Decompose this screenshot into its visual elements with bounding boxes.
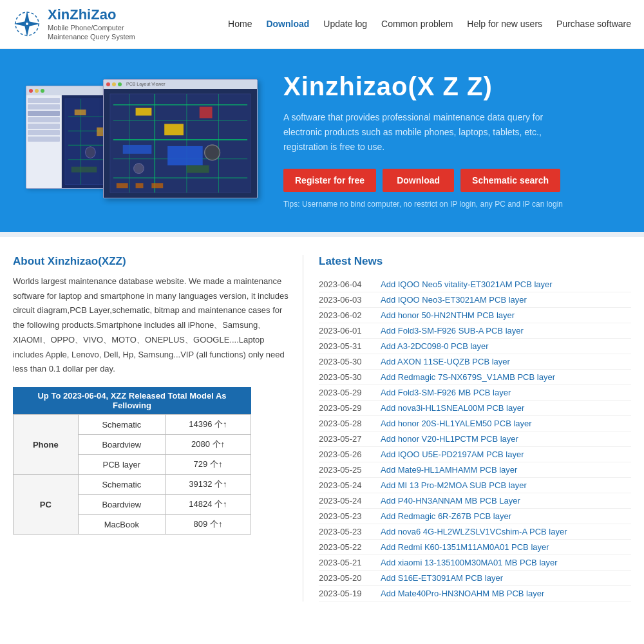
news-link[interactable]: Add IQOO Neo3-ET3021AM PCB layer: [381, 295, 527, 305]
table-caption: Up To 2023-06-04, XZZ Released Total Mod…: [13, 387, 251, 414]
news-date: 2023-05-25: [319, 465, 370, 475]
news-date: 2023-05-23: [319, 511, 370, 521]
news-link[interactable]: Add AXON 11SE-UQZB PCB layer: [381, 357, 510, 366]
news-link[interactable]: Add honor 20S-HL1YALEM50 PCB layer: [381, 419, 532, 428]
item-label: PCB layer: [78, 455, 165, 475]
nav-common-problem[interactable]: Common problem: [381, 19, 453, 29]
svg-rect-38: [167, 146, 203, 166]
hero-buttons: Register for free Download Schematic sea…: [283, 169, 618, 192]
category-cell: PC: [14, 475, 79, 535]
svg-point-40: [134, 163, 144, 173]
news-date: 2023-06-03: [319, 295, 370, 305]
news-date: 2023-05-27: [319, 434, 370, 444]
nav-home[interactable]: Home: [228, 19, 252, 29]
news-item: 2023-06-01Add Fold3-SM-F926 SUB-A PCB la…: [319, 323, 631, 339]
stats-table: Up To 2023-06-04, XZZ Released Total Mod…: [13, 387, 251, 535]
news-item: 2023-06-04Add IQOO Neo5 vitality-ET3021A…: [319, 277, 631, 292]
news-link[interactable]: Add xiaomi 13-135100M30MA01 MB PCB layer: [381, 558, 558, 567]
nav-update-log[interactable]: Update log: [323, 19, 367, 29]
item-value: 14396 个↑: [166, 415, 251, 435]
item-label: Boardview: [78, 435, 165, 455]
header: XinZhiZao Mobile Phone/Computer Maintena…: [0, 0, 644, 49]
news-link[interactable]: Add P40-HN3ANNAM MB PCB Layer: [381, 496, 520, 506]
news-item: 2023-05-25Add Mate9-HL1AMHAMM PCB layer: [319, 462, 631, 478]
nav-help[interactable]: Help for new users: [467, 19, 542, 29]
svg-rect-34: [136, 108, 152, 115]
news-date: 2023-06-02: [319, 310, 370, 320]
news-link[interactable]: Add Mate40Pro-HN3NOAHM MB PCB layer: [381, 589, 544, 598]
svg-rect-35: [164, 124, 184, 135]
hero-images: PCB Layout Viewer: [26, 79, 264, 202]
news-date: 2023-05-23: [319, 527, 370, 536]
news-link[interactable]: Add A3-2DC098-0 PCB layer: [381, 341, 489, 351]
news-link[interactable]: Add IQOO Neo5 vitality-ET3021AM PCB laye…: [381, 279, 553, 289]
news-date: 2023-05-26: [319, 450, 370, 459]
news-date: 2023-06-01: [319, 326, 370, 336]
news-date: 2023-05-30: [319, 372, 370, 382]
news-link[interactable]: Add Fold3-SM-F926 SUB-A PCB layer: [381, 326, 524, 336]
svg-rect-21: [71, 167, 97, 173]
logo-area: XinZhiZao Mobile Phone/Computer Maintena…: [13, 6, 135, 42]
news-link[interactable]: Add Redmi K60-1351M11AM0A01 PCB layer: [381, 542, 549, 552]
item-value: 809 个↑: [166, 515, 251, 535]
news-link[interactable]: Add nova6 4G-HL2WLZSLV1VCshim-A PCB laye…: [381, 527, 567, 536]
section-divider: [0, 232, 644, 237]
svg-point-39: [205, 145, 220, 160]
hero-description: A software that provides professional ma…: [283, 110, 560, 155]
news-link[interactable]: Add IQOO U5E-PD2197AM PCB layer: [381, 450, 524, 459]
news-item: 2023-05-23Add Redmagic 6R-Z67B PCB layer: [319, 509, 631, 524]
news-date: 2023-05-31: [319, 341, 370, 351]
nav-purchase[interactable]: Purchase software: [556, 19, 631, 29]
news-item: 2023-05-30Add Redmagic 7S-NX679S_V1AMB P…: [319, 370, 631, 385]
svg-rect-44: [151, 183, 163, 188]
item-value: 729 个↑: [166, 455, 251, 475]
nav-download[interactable]: Download: [266, 19, 309, 29]
hero-title: Xinzhizao(X Z Z): [283, 72, 618, 101]
item-label: Schematic: [78, 415, 165, 435]
main-content: About Xinzhizao(XZZ) Worlds largest main…: [0, 237, 644, 620]
news-link[interactable]: Add Redmagic 7S-NX679S_V1AMB PCB layer: [381, 372, 555, 382]
news-link[interactable]: Add honor V20-HL1PCTM PCB layer: [381, 434, 518, 444]
news-date: 2023-05-20: [319, 573, 370, 583]
news-link[interactable]: Add Fold3-SM-F926 MB PCB layer: [381, 388, 511, 397]
news-date: 2023-05-19: [319, 589, 370, 598]
logo-subtitle: Mobile Phone/Computer Maintenance Query …: [48, 23, 135, 42]
news-item: 2023-06-02Add honor 50-HN2NTHM PCB layer: [319, 308, 631, 323]
svg-point-5: [26, 23, 28, 25]
svg-rect-36: [200, 106, 213, 118]
news-list: 2023-06-04Add IQOO Neo5 vitality-ET3021A…: [319, 277, 631, 601]
logo-icon: [13, 10, 41, 38]
news-date: 2023-05-29: [319, 403, 370, 413]
table-row: PhoneSchematic14396 个↑: [14, 415, 251, 435]
news-link[interactable]: Add nova3i-HL1SNEAL00M PCB layer: [381, 403, 524, 413]
news-item: 2023-05-23Add nova6 4G-HL2WLZSLV1VCshim-…: [319, 524, 631, 540]
news-item: 2023-05-24Add P40-HN3ANNAM MB PCB Layer: [319, 493, 631, 509]
item-value: 14824 个↑: [166, 495, 251, 515]
schematic-search-button[interactable]: Schematic search: [460, 169, 560, 192]
about-title: About Xinzhizao(XZZ): [13, 255, 290, 268]
svg-rect-37: [123, 145, 152, 154]
news-item: 2023-05-19Add Mate40Pro-HN3NOAHM MB PCB …: [319, 586, 631, 601]
about-description: Worlds largest maintenance database webs…: [13, 274, 290, 377]
item-value: 2080 个↑: [166, 435, 251, 455]
svg-rect-16: [75, 109, 86, 115]
news-link[interactable]: Add Redmagic 6R-Z67B PCB layer: [381, 511, 511, 521]
svg-rect-43: [136, 183, 144, 188]
news-item: 2023-05-21Add xiaomi 13-135100M30MA01 MB…: [319, 555, 631, 571]
item-label: MacBook: [78, 515, 165, 535]
svg-point-20: [85, 146, 95, 158]
news-item: 2023-05-29Add Fold3-SM-F926 MB PCB layer: [319, 385, 631, 401]
logo-text: XinZhiZao Mobile Phone/Computer Maintena…: [48, 6, 135, 42]
hero-section: PCB Layout Viewer: [0, 49, 644, 232]
item-label: Schematic: [78, 475, 165, 495]
item-value: 39132 个↑: [166, 475, 251, 495]
news-link[interactable]: Add MI 13 Pro-M2MOA SUB PCB layer: [381, 480, 527, 490]
news-link[interactable]: Add honor 50-HN2NTHM PCB layer: [381, 310, 515, 320]
news-date: 2023-06-04: [319, 279, 370, 289]
svg-rect-42: [117, 183, 128, 188]
news-link[interactable]: Add S16E-ET3091AM PCB layer: [381, 573, 503, 583]
news-link[interactable]: Add Mate9-HL1AMHAMM PCB layer: [381, 465, 517, 475]
register-button[interactable]: Register for free: [283, 169, 376, 192]
news-date: 2023-05-29: [319, 388, 370, 397]
download-button[interactable]: Download: [383, 169, 454, 192]
